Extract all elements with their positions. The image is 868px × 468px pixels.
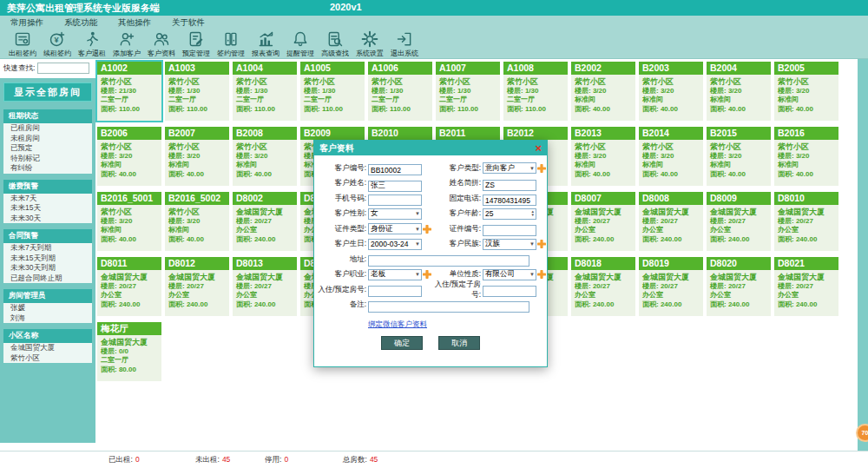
room-card[interactable]: B2016_5001紫竹小区楼层: 3/20标准间面积: 40.00 bbox=[97, 192, 161, 251]
address-input[interactable] bbox=[368, 255, 529, 267]
room-card[interactable]: B2016_5002紫竹小区楼层: 3/20标准间面积: 40.00 bbox=[165, 192, 229, 251]
sidebar-item[interactable]: 已预定 bbox=[3, 143, 92, 154]
room-card[interactable]: B2016紫竹小区楼层: 3/20标准间面积: 40.00 bbox=[774, 127, 838, 186]
sidebar-item[interactable]: 紫竹小区 bbox=[3, 353, 92, 364]
room-no-input[interactable] bbox=[368, 286, 422, 297]
room-card[interactable]: D8020金城国贸大厦楼层: 20/27办公室面积: 240.00 bbox=[707, 257, 771, 316]
birthday-select[interactable]: 2000-03-24▼ bbox=[368, 239, 422, 250]
right-scroll-strip[interactable]: 70 bbox=[858, 59, 868, 451]
room-card[interactable]: D8013金城国贸大厦楼层: 20/27办公室面积: 240.00 bbox=[233, 257, 297, 316]
room-card[interactable]: B2007紫竹小区楼层: 3/20标准间面积: 40.00 bbox=[165, 127, 229, 186]
toolbar-button-customer-info[interactable]: 客户资料 bbox=[144, 30, 179, 58]
menu-item-1[interactable]: 常用操作 bbox=[10, 17, 43, 29]
room-type: 办公室 bbox=[236, 226, 297, 235]
room-card[interactable]: D8009金城国贸大厦楼层: 20/27办公室面积: 240.00 bbox=[707, 192, 771, 251]
room-card[interactable]: 梅花厅金城国贸大厦楼层: 0/0二室一厅面积: 80.00 bbox=[97, 322, 161, 381]
plus-icon[interactable] bbox=[537, 164, 547, 173]
sidebar-item[interactable]: 未来30天到期 bbox=[3, 263, 92, 274]
landline-input[interactable] bbox=[483, 194, 536, 206]
room-card[interactable]: B2015紫竹小区楼层: 3/20标准间面积: 40.00 bbox=[707, 127, 771, 186]
quick-search-input[interactable] bbox=[37, 63, 89, 74]
room-card[interactable]: D8011金城国贸大厦楼层: 20/27办公室面积: 240.00 bbox=[97, 257, 161, 316]
age-spinner[interactable]: 25▲▼ bbox=[483, 208, 536, 220]
room-card-body: 紫竹小区楼层: 3/20标准间面积: 40.00 bbox=[774, 140, 838, 179]
toolbar-button-booking-manage[interactable]: 预定管理 bbox=[179, 30, 214, 58]
sidebar-item[interactable]: 未租房间 bbox=[3, 134, 92, 144]
room-card[interactable]: A1002紫竹小区楼层: 21/30二室一厅面积: 110.00 bbox=[97, 62, 161, 121]
id-type-select[interactable]: 身份证▼ bbox=[368, 223, 422, 234]
cancel-button[interactable]: 取消 bbox=[438, 336, 480, 350]
sidebar-item[interactable]: 未来7天到期 bbox=[3, 243, 92, 254]
room-card[interactable]: A1004紫竹小区楼层: 1/30二室一厅面积: 110.00 bbox=[233, 62, 297, 121]
room-card[interactable]: D8007金城国贸大厦楼层: 20/27办公室面积: 240.00 bbox=[571, 192, 635, 251]
toolbar-button-add-customer[interactable]: 添加客户 bbox=[109, 30, 144, 58]
room-card[interactable]: D8019金城国贸大厦楼层: 20/27办公室面积: 240.00 bbox=[639, 257, 703, 316]
sidebar-item[interactable]: 已超合同终止期 bbox=[3, 274, 92, 284]
room-area: 面积: 240.00 bbox=[236, 300, 297, 310]
toolbar-button-contract-manage[interactable]: 签约管理 bbox=[214, 30, 248, 58]
ethnicity-select[interactable]: 汉族▼ bbox=[483, 239, 536, 250]
room-card[interactable]: B2006紫竹小区楼层: 3/20标准间面积: 40.00 bbox=[97, 127, 161, 186]
toolbar-button-report-query[interactable]: 报表查询 bbox=[248, 30, 283, 58]
room-card[interactable]: A1008紫竹小区楼层: 1/30二室一厅面积: 110.00 bbox=[503, 62, 568, 121]
menu-item-2[interactable]: 系统功能 bbox=[64, 17, 97, 29]
sub-room-no-input[interactable] bbox=[483, 286, 536, 297]
room-card[interactable]: B2002紫竹小区楼层: 3/20标准间面积: 40.00 bbox=[571, 62, 635, 121]
floating-badge[interactable]: 70 bbox=[856, 424, 868, 442]
sidebar-item[interactable]: 未来15天 bbox=[3, 203, 92, 214]
close-icon[interactable]: × bbox=[535, 142, 542, 154]
toolbar-button-lease-sign[interactable]: 出租签约 bbox=[5, 30, 40, 58]
room-card[interactable]: D8018金城国贸大厦楼层: 20/27办公室面积: 240.00 bbox=[571, 257, 635, 316]
company-type-select[interactable]: 有限公司▼ bbox=[483, 269, 536, 280]
room-card[interactable]: D8021金城国贸大厦楼层: 20/27办公室面积: 240.00 bbox=[774, 257, 838, 316]
name-pinyin-input[interactable] bbox=[483, 180, 536, 191]
sidebar-item[interactable]: 未来7天 bbox=[3, 194, 92, 204]
plus-icon[interactable] bbox=[423, 225, 432, 234]
customer-no-input[interactable] bbox=[368, 164, 422, 175]
plus-icon[interactable] bbox=[423, 270, 432, 279]
room-card[interactable]: D8012金城国贸大厦楼层: 20/27办公室面积: 240.00 bbox=[165, 257, 229, 316]
ok-button[interactable]: 确定 bbox=[381, 336, 423, 350]
mobile-input[interactable] bbox=[368, 194, 422, 206]
room-card[interactable]: B2004紫竹小区楼层: 3/20标准间面积: 40.00 bbox=[707, 62, 771, 121]
toolbar-button-system-settings[interactable]: 系统设置 bbox=[352, 30, 387, 58]
gender-select[interactable]: 女▼ bbox=[368, 208, 422, 220]
room-card[interactable]: A1005紫竹小区楼层: 1/30二室一厅面积: 110.00 bbox=[300, 62, 365, 121]
room-card[interactable]: D8002金城国贸大厦楼层: 20/27办公室面积: 240.00 bbox=[233, 192, 297, 251]
id-number-input[interactable] bbox=[483, 225, 536, 236]
show-all-rooms-button[interactable]: 显示全部房间 bbox=[3, 82, 92, 102]
toolbar-button-exit-system[interactable]: 退出系统 bbox=[387, 30, 422, 58]
customer-type-select[interactable]: 意向客户▼ bbox=[483, 162, 536, 174]
wechat-bind-link[interactable]: 绑定微信客户资料 bbox=[368, 320, 427, 330]
occupation-select[interactable]: 老板▼ bbox=[368, 269, 422, 280]
sidebar-item[interactable]: 特别标记 bbox=[3, 154, 92, 164]
field-name-pinyin-input bbox=[483, 175, 536, 191]
remark-input[interactable] bbox=[368, 301, 529, 313]
room-card[interactable]: A1006紫竹小区楼层: 1/30二室一厅面积: 110.00 bbox=[368, 62, 432, 121]
room-card[interactable]: A1003紫竹小区楼层: 1/30二室一厅面积: 110.00 bbox=[165, 62, 229, 121]
sidebar-item[interactable]: 未来30天 bbox=[3, 214, 92, 224]
menu-item-3[interactable]: 其他操作 bbox=[118, 17, 151, 29]
toolbar-button-reminder-manage[interactable]: 提醒管理 bbox=[283, 30, 318, 58]
room-card[interactable]: A1007紫竹小区楼层: 1/30二室一厅面积: 110.00 bbox=[436, 62, 500, 121]
plus-icon[interactable] bbox=[537, 240, 547, 248]
sidebar-item[interactable]: 金城国贸大厦 bbox=[3, 343, 92, 353]
sidebar-item[interactable]: 张媛 bbox=[3, 303, 92, 313]
sidebar-item[interactable]: 未来15天到期 bbox=[3, 254, 92, 264]
room-card[interactable]: B2008紫竹小区楼层: 3/20标准间面积: 40.00 bbox=[233, 127, 297, 186]
toolbar-button-advanced-search[interactable]: 高级查找 bbox=[318, 30, 352, 58]
sidebar-item[interactable]: 有纠纷 bbox=[3, 163, 92, 174]
room-card[interactable]: B2014紫竹小区楼层: 3/20标准间面积: 40.00 bbox=[639, 127, 703, 186]
room-card[interactable]: B2005紫竹小区楼层: 3/20标准间面积: 40.00 bbox=[774, 62, 838, 121]
customer-name-input[interactable] bbox=[368, 181, 422, 192]
menu-item-4[interactable]: 关于软件 bbox=[172, 17, 205, 29]
room-card[interactable]: D8010金城国贸大厦楼层: 20/27办公室面积: 240.00 bbox=[774, 192, 838, 251]
toolbar-button-renew-lease[interactable]: ¥续租签约 bbox=[40, 30, 75, 58]
sidebar-item[interactable]: 已租房间 bbox=[3, 123, 92, 134]
room-card[interactable]: B2013紫竹小区楼层: 3/20标准间面积: 40.00 bbox=[571, 127, 635, 186]
toolbar-button-customer-checkout[interactable]: 客户退租 bbox=[75, 30, 109, 58]
plus-icon[interactable] bbox=[537, 270, 547, 279]
room-card[interactable]: B2003紫竹小区楼层: 3/20标准间面积: 40.00 bbox=[639, 62, 703, 121]
room-card[interactable]: D8008金城国贸大厦楼层: 20/27办公室面积: 240.00 bbox=[639, 192, 703, 251]
sidebar-item[interactable]: 刘海 bbox=[3, 313, 92, 324]
